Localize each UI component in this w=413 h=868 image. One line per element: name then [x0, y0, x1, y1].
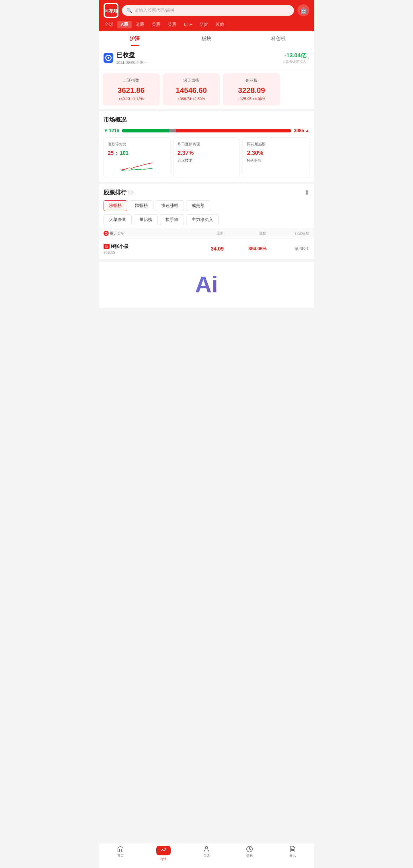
index-name-1: 深证成指 [167, 78, 215, 83]
stock-change-0: 394.06% [224, 246, 267, 251]
ranking-tab-bigorder[interactable]: 大单净量 [104, 214, 131, 225]
ranking-tab-fast[interactable]: 快速涨幅 [156, 200, 184, 211]
market-bar: ▼ 1216 3085 ▲ [99, 126, 314, 135]
market-card-value-1: 2.37% [178, 150, 236, 156]
market-status-row: 已收盘 2021-09-06 星期一 -13.04亿 大盘资金净流入 › [99, 46, 314, 70]
col-header-industry: 行业板块 [266, 230, 309, 236]
market-status-date: 2021-09-06 星期一 [116, 60, 147, 65]
robot-button[interactable]: 🤖 [297, 4, 309, 16]
market-bar-visual [122, 129, 291, 132]
ai-section: Ai [99, 262, 314, 308]
logo[interactable]: 同花顺 [104, 3, 118, 18]
market-card-title-2: 同花顺热股 [247, 142, 305, 147]
index-change-0: +40.13 +1.12% [107, 97, 155, 101]
sub-tab-star[interactable]: 科创板 [242, 31, 314, 46]
down-count: ▼ 1216 [104, 128, 119, 133]
market-flow-label: 大盘资金净流入 [282, 59, 306, 64]
info-icon[interactable]: ⓘ [128, 190, 134, 195]
market-card-value-0: 25 ： 101 [108, 150, 166, 156]
stock-badge-new: 新 [104, 244, 110, 249]
nav-tab-a[interactable]: A股 [117, 21, 131, 28]
sparkline-chart [108, 159, 166, 172]
stock-name-code: 新 N张小泉 301055 [104, 243, 181, 254]
market-cards: 涨跌停对比 25 ： 101 昨日涨停表现 2.37% 鼎汉技术 同花顺热股 2… [99, 135, 314, 182]
market-card-hot[interactable]: 同花顺热股 2.30% N张小泉 [243, 137, 309, 177]
svg-text:同花顺: 同花顺 [105, 9, 117, 13]
market-status-left: 已收盘 2021-09-06 星期一 [104, 51, 147, 65]
stock-price-0: 34.09 [181, 246, 224, 252]
ranking-column-headers: 展开分析 最新 涨幅 行业板块 [99, 228, 314, 239]
search-placeholder-text: 请输入股票代码/简拼 [135, 8, 174, 13]
market-card-yesterday[interactable]: 昨日涨停表现 2.37% 鼎汉技术 [173, 137, 240, 177]
ranking-tabs-row2: 大单净量 量比榜 换手率 主力净流入 [99, 213, 314, 228]
robot-icon: 🤖 [300, 7, 307, 14]
ai-text: Ai [195, 272, 218, 298]
ranking-title: 股票排行 [104, 189, 126, 196]
nav-tab-futures[interactable]: 期货 [196, 21, 211, 28]
market-overview-title: 市场概况 [99, 111, 314, 126]
market-flow-button[interactable]: -13.04亿 大盘资金净流入 › [282, 52, 309, 64]
market-card-limit[interactable]: 涨跌停对比 25 ： 101 [104, 137, 170, 177]
nav-tabs: 全球 A股 港股 美股 英股 ETF 期货 其他 [99, 21, 314, 31]
index-change-1: +366.74 +2.59% [167, 97, 215, 101]
nav-tab-us[interactable]: 美股 [148, 21, 164, 28]
search-icon: 🔍 [126, 8, 132, 13]
ranking-tab-mainflow[interactable]: 主力净流入 [186, 214, 218, 225]
market-card-sub-1: 鼎汉技术 [178, 158, 236, 163]
market-card-title-0: 涨跌停对比 [108, 142, 166, 147]
ranking-header: 股票排行 ⓘ ⬆ [99, 184, 314, 199]
nav-tab-global[interactable]: 全球 [101, 21, 117, 28]
index-change-2: +125.95 +4.06% [228, 97, 276, 101]
ranking-tabs-row1: 涨幅榜 跌幅榜 快速涨幅 成交额 [99, 199, 314, 213]
ranking-tab-turnover[interactable]: 换手率 [160, 214, 184, 225]
col-header-price: 最新 [181, 230, 224, 236]
market-card-value-2: 2.30% [247, 150, 305, 156]
ranking-tab-loss[interactable]: 跌幅榜 [130, 200, 153, 211]
col-header-change: 涨幅 [224, 230, 267, 236]
header: 同花顺 🔍 请输入股票代码/简拼 🤖 [99, 0, 314, 21]
chevron-right-icon: › [307, 55, 309, 61]
index-value-0: 3621.86 [107, 86, 155, 95]
stock-name-0: N张小泉 [111, 243, 129, 250]
nav-tab-etf[interactable]: ETF [180, 21, 195, 28]
up-count: 3085 ▲ [294, 128, 309, 133]
status-icon [104, 53, 113, 63]
stock-code-0: 301055 [104, 251, 181, 254]
index-name-2: 创业板 [228, 78, 276, 83]
index-card-chinext[interactable]: 创业板 3228.09 +125.95 +4.06% [223, 73, 280, 105]
sub-tabs: 沪深 板块 科创板 [99, 31, 314, 46]
market-card-title-1: 昨日涨停表现 [178, 142, 236, 147]
search-bar[interactable]: 🔍 请输入股票代码/简拼 [122, 5, 294, 16]
ranking-tab-vol[interactable]: 成交额 [186, 200, 210, 211]
index-cards: 上证指数 3621.86 +40.13 +1.12% 深证成指 14546.60… [99, 70, 314, 109]
col-header-analysis[interactable]: 展开分析 [104, 230, 181, 236]
ranking-tab-gain[interactable]: 涨幅榜 [104, 200, 127, 211]
nav-tab-hk[interactable]: 港股 [132, 21, 148, 28]
index-value-2: 3228.09 [228, 86, 276, 95]
nav-tab-uk[interactable]: 英股 [164, 21, 180, 28]
sub-tab-sector[interactable]: 板块 [171, 31, 242, 46]
expand-icon[interactable]: ⬆ [304, 189, 309, 196]
ranking-tab-volratio[interactable]: 量比榜 [134, 214, 158, 225]
index-card-shanghai[interactable]: 上证指数 3621.86 +40.13 +1.12% [102, 73, 160, 105]
index-name-0: 上证指数 [107, 78, 155, 83]
index-card-shenzhen[interactable]: 深证成指 14546.60 +366.74 +2.59% [163, 73, 220, 105]
sub-tab-hushen[interactable]: 沪深 [99, 31, 171, 46]
stock-ranking-section: 股票排行 ⓘ ⬆ 涨幅榜 跌幅榜 快速涨幅 成交额 大单净量 量比榜 换手率 主… [99, 184, 314, 259]
market-flow-value: -13.04亿 [282, 52, 306, 59]
stock-industry-0: 家用轻工 [266, 246, 309, 251]
nav-tab-other[interactable]: 其他 [212, 21, 228, 28]
table-row[interactable]: 新 N张小泉 301055 34.09 394.06% 家用轻工 [99, 239, 314, 259]
market-status-title: 已收盘 [116, 51, 147, 59]
index-value-1: 14546.60 [167, 86, 215, 95]
market-overview-section: 市场概况 ▼ 1216 3085 ▲ 涨跌停对比 25 ： 101 [99, 111, 314, 182]
market-card-sub-2: N张小泉 [247, 158, 305, 163]
